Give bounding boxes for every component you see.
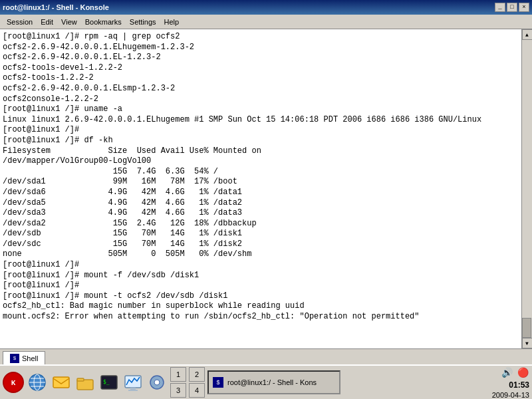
- tray-icon-1[interactable]: 🔊: [500, 366, 513, 379]
- scroll-up-button[interactable]: ▲: [522, 29, 533, 40]
- page-buttons: 1 3: [170, 367, 186, 398]
- svg-rect-9: [77, 378, 84, 381]
- menu-bookmarks[interactable]: Bookmarks: [81, 17, 126, 27]
- svg-rect-7: [53, 377, 69, 388]
- tab-bar: $ Shell: [0, 348, 532, 364]
- browser-icon[interactable]: [27, 372, 48, 393]
- page-4-button[interactable]: 4: [189, 383, 205, 398]
- active-window-button[interactable]: $ root@linux1:/ - Shell - Kons: [207, 370, 340, 394]
- date-display: 2009-04-13: [492, 391, 529, 399]
- page-1-button[interactable]: 1: [170, 367, 186, 382]
- page-2-button[interactable]: 2: [189, 367, 205, 382]
- page-3-button[interactable]: 3: [170, 383, 186, 398]
- page-buttons-2: 2 4: [189, 367, 205, 398]
- minimize-button[interactable]: _: [495, 3, 505, 12]
- menu-settings[interactable]: Settings: [126, 17, 160, 27]
- svg-text:K: K: [11, 379, 16, 387]
- scroll-thumb[interactable]: [522, 318, 531, 338]
- tab-shell[interactable]: $ Shell: [3, 351, 45, 364]
- menu-bar: Session Edit View Bookmarks Settings Hel…: [0, 15, 532, 29]
- start-button[interactable]: K: [3, 372, 24, 393]
- email-icon[interactable]: [51, 372, 72, 393]
- svg-rect-14: [128, 390, 138, 391]
- terminal-icon-taskbar[interactable]: $_: [98, 372, 120, 393]
- console-icon: $_: [100, 373, 118, 392]
- scrollbar[interactable]: ▲ ▼: [521, 29, 532, 348]
- folder-icon: [76, 373, 94, 392]
- network-monitor-icon: [124, 373, 142, 392]
- mail-icon: [52, 373, 70, 392]
- active-window-label: root@linux1:/ - Shell - Kons: [227, 378, 317, 386]
- menu-help[interactable]: Help: [160, 17, 184, 27]
- menu-session[interactable]: Session: [3, 17, 37, 27]
- tray-icon-2[interactable]: 🔴: [516, 366, 529, 379]
- svg-text:$_: $_: [103, 379, 110, 385]
- terminal-container: [root@linux1 /]# rpm -aq | grep ocfs2 oc…: [0, 29, 532, 348]
- maximize-button[interactable]: □: [507, 3, 517, 12]
- globe-icon: [28, 373, 47, 392]
- system-settings-icon: [148, 373, 166, 392]
- network-icon[interactable]: [122, 372, 144, 393]
- close-button[interactable]: ×: [519, 3, 529, 12]
- menu-view[interactable]: View: [57, 17, 81, 27]
- tab-shell-label: Shell: [22, 354, 38, 362]
- active-window-icon: $: [213, 377, 223, 388]
- settings-icon[interactable]: [146, 372, 168, 393]
- shell-tab-icon: $: [10, 354, 19, 363]
- time-display: 01:53: [509, 380, 529, 390]
- window-controls: _ □ ×: [495, 3, 529, 12]
- taskbar: K $_: [0, 364, 532, 399]
- title-bar: root@linux1:/ - Shell - Konsole _ □ ×: [0, 0, 532, 15]
- scroll-track[interactable]: [522, 40, 532, 338]
- svg-rect-12: [125, 376, 141, 388]
- terminal-output[interactable]: [root@linux1 /]# rpm -aq | grep ocfs2 oc…: [0, 29, 521, 348]
- window-title: root@linux1:/ - Shell - Konsole: [3, 3, 109, 11]
- taskbar-right: 🔊 🔴 01:53 2009-04-13: [492, 366, 529, 399]
- tray-icons: 🔊 🔴: [500, 366, 529, 379]
- files-icon[interactable]: [74, 372, 96, 393]
- svg-point-16: [154, 380, 160, 385]
- menu-edit[interactable]: Edit: [37, 17, 57, 27]
- scroll-down-button[interactable]: ▼: [522, 338, 533, 348]
- svg-rect-13: [130, 388, 136, 390]
- start-icon: K: [7, 376, 19, 388]
